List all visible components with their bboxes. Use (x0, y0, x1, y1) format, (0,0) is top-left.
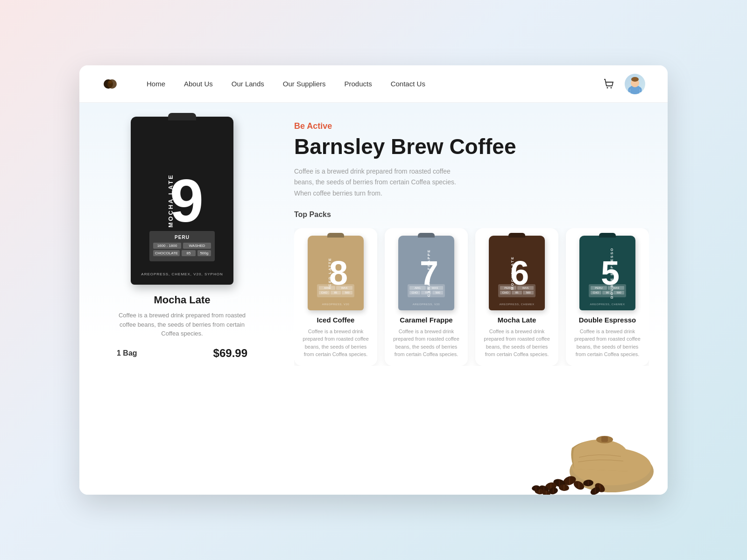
iced-coffee-name: Iced Coffee (317, 316, 355, 324)
svg-point-7 (631, 77, 639, 82)
featured-footer: 1 Bag $69.99 (112, 347, 252, 360)
nav-link-products[interactable]: Products (344, 80, 372, 88)
featured-altitude: 1600 - 1800 (153, 243, 181, 249)
nav-link-home[interactable]: Home (147, 80, 165, 88)
featured-price: $69.99 (213, 347, 247, 360)
user-figure (625, 74, 645, 94)
featured-product-bag: MOCHA LATE 9 PERU 1600 - 1800 WASHED CHO… (131, 117, 233, 285)
cart-icon[interactable] (602, 77, 615, 91)
caramel-frappe-name: Caramel Frappe (400, 316, 452, 324)
logo-icon (102, 76, 119, 92)
be-active-label: Be Active (294, 121, 649, 131)
product-card-mocha-late[interactable]: MOCHA LATE 6 PERU WAS CHO 85 500 (475, 228, 558, 366)
iced-coffee-info: ARG WAS CHO 85 500 (317, 284, 354, 297)
double-espresso-desc: Coffee is a brewed drink prepared from r… (573, 328, 641, 358)
nav-link-lands[interactable]: Our Lands (232, 80, 264, 88)
nav-item-home[interactable]: Home (147, 80, 165, 88)
iced-coffee-desc: Coffee is a brewed drink prepared from r… (302, 328, 370, 358)
featured-score: 85 (182, 250, 195, 256)
products-row: ICED LATTE 8 ARG WAS CHO 85 500 (294, 228, 649, 366)
top-packs-label: Top Packs (294, 210, 649, 219)
double-espresso-name: Double Espresso (579, 316, 636, 324)
caramel-frappe-info: ARG WAS CHO 75 500 (408, 284, 445, 297)
svg-point-2 (108, 81, 112, 84)
featured-origin: PERU (153, 235, 211, 240)
caramel-frappe-bag: CARAMEL FRAPPE 7 ARG WAS CHO 75 500 (398, 236, 454, 310)
nav-link-about[interactable]: About Us (184, 80, 213, 88)
featured-panel: MOCHA LATE 9 PERU 1600 - 1800 WASHED CHO… (79, 103, 275, 495)
svg-point-3 (607, 87, 608, 88)
product-card-iced-coffee[interactable]: ICED LATTE 8 ARG WAS CHO 85 500 (294, 228, 377, 366)
featured-weight: 500g (197, 250, 211, 256)
main-content: MOCHA LATE 9 PERU 1600 - 1800 WASHED CHO… (79, 103, 668, 495)
nav-item-products[interactable]: Products (344, 80, 372, 88)
nav-item-contact[interactable]: Contact Us (391, 80, 425, 88)
nav-link-contact[interactable]: Contact Us (391, 80, 425, 88)
nav-item-lands[interactable]: Our Lands (232, 80, 264, 88)
featured-bag-infobox: PERU 1600 - 1800 WASHED CHOCOLATE 85 500… (149, 231, 215, 261)
product-card-caramel-frappe[interactable]: CARAMEL FRAPPE 7 ARG WAS CHO 75 500 (385, 228, 468, 366)
mocha-late-desc: Coffee is a brewed drink prepared from r… (483, 328, 551, 358)
nav-item-about[interactable]: About Us (184, 80, 213, 88)
mocha-late-bag: MOCHA LATE 6 PERU WAS CHO 85 500 (489, 236, 545, 310)
nav-item-suppliers[interactable]: Our Suppliers (283, 80, 326, 88)
svg-point-4 (611, 87, 612, 88)
product-card-double-espresso[interactable]: DOUBLE ESPRESSO 5 PERU WAS CHO 90 500 (566, 228, 649, 366)
double-espresso-bag: DOUBLE ESPRESSO 5 PERU WAS CHO 90 500 (579, 236, 635, 310)
featured-product-desc: Coffee is a brewed drink prepared from r… (117, 311, 247, 338)
featured-brew-methods: AREOPRESS, CHEMEX, V20, SYPHON (141, 272, 223, 276)
brand-description: Coffee is a brewed drink prepared from r… (294, 166, 472, 199)
right-panel: Be Active Barnsley Brew Coffee Coffee is… (275, 103, 668, 495)
mocha-late-name: Mocha Late (498, 316, 536, 324)
nav-link-suppliers[interactable]: Our Suppliers (283, 80, 326, 88)
caramel-frappe-desc: Coffee is a brewed drink prepared from r… (392, 328, 460, 358)
logo[interactable] (102, 76, 119, 92)
nav-actions (602, 74, 645, 94)
double-espresso-info: PERU WAS CHO 90 500 (589, 284, 626, 297)
featured-info-row-2: CHOCOLATE 85 500g (153, 250, 211, 256)
navbar: Home About Us Our Lands Our Suppliers Pr… (79, 65, 668, 103)
browser-window: Home About Us Our Lands Our Suppliers Pr… (79, 65, 668, 495)
featured-quantity: 1 Bag (117, 349, 137, 357)
featured-bag-number: 9 (170, 170, 204, 231)
featured-info-row-1: 1600 - 1800 WASHED (153, 243, 211, 249)
featured-bag-visual: MOCHA LATE 9 PERU 1600 - 1800 WASHED CHO… (131, 117, 233, 285)
svg-point-1 (107, 79, 117, 89)
iced-coffee-bag: ICED LATTE 8 ARG WAS CHO 85 500 (308, 236, 364, 310)
featured-flavor: CHOCOLATE (153, 250, 180, 256)
nav-links: Home About Us Our Lands Our Suppliers Pr… (147, 80, 602, 88)
user-avatar[interactable] (625, 74, 645, 94)
featured-process: WASHED (183, 243, 211, 249)
featured-bag-label: MOCHA LATE (167, 174, 174, 227)
featured-product-name: Mocha Late (154, 294, 210, 306)
mocha-late-info: PERU WAS CHO 85 500 (498, 284, 536, 297)
brand-title: Barnsley Brew Coffee (294, 135, 649, 159)
